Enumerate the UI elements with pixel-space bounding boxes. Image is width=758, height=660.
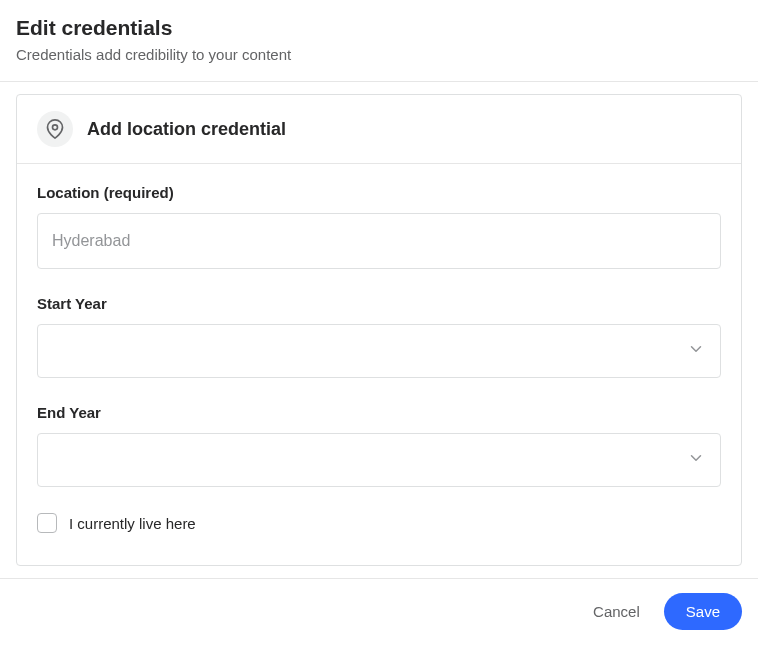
start-year-label: Start Year (37, 295, 721, 312)
save-button[interactable]: Save (664, 593, 742, 630)
currently-live-group: I currently live here (37, 513, 721, 533)
end-year-label: End Year (37, 404, 721, 421)
svg-point-0 (53, 125, 58, 130)
panel-body: Location (required) Start Year End Year (17, 164, 741, 565)
modal-footer: Cancel Save (0, 578, 758, 644)
modal-subtitle: Credentials add credibility to your cont… (16, 46, 742, 63)
location-label: Location (required) (37, 184, 721, 201)
end-year-select[interactable] (37, 433, 721, 487)
panel-header: Add location credential (17, 95, 741, 164)
location-group: Location (required) (37, 184, 721, 269)
cancel-button[interactable]: Cancel (589, 595, 644, 628)
location-input[interactable] (37, 213, 721, 269)
currently-live-label[interactable]: I currently live here (69, 515, 196, 532)
currently-live-checkbox[interactable] (37, 513, 57, 533)
start-year-group: Start Year (37, 295, 721, 378)
end-year-group: End Year (37, 404, 721, 487)
location-pin-icon (37, 111, 73, 147)
modal-title: Edit credentials (16, 16, 742, 40)
start-year-select[interactable] (37, 324, 721, 378)
credential-panel: Add location credential Location (requir… (16, 94, 742, 566)
panel-title: Add location credential (87, 119, 286, 140)
modal-header: Edit credentials Credentials add credibi… (0, 0, 758, 82)
